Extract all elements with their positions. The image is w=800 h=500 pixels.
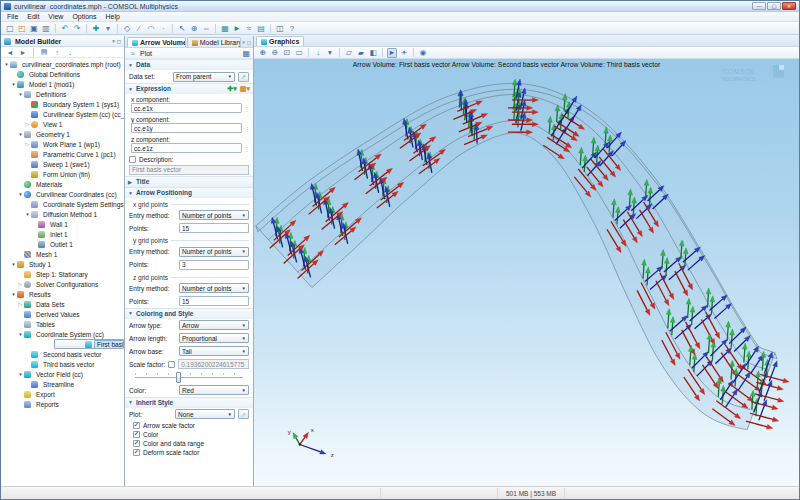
panel-detach-icon[interactable]: ◻ bbox=[117, 38, 121, 44]
tree-expander-icon[interactable]: ▾ bbox=[17, 331, 24, 337]
tree-expander-icon[interactable]: ▷ bbox=[24, 141, 31, 147]
y-entry-method-select[interactable]: Number of points▼ bbox=[179, 247, 249, 257]
menu-options[interactable]: Options bbox=[72, 13, 96, 20]
tab-graphics[interactable]: Graphics bbox=[256, 36, 304, 46]
tree-node-form-union-fin[interactable]: Form Union (fin) bbox=[1, 169, 124, 179]
section-title[interactable]: ▶ Title bbox=[125, 176, 253, 187]
tree-node-curvilinear-system-cc-cc-cs[interactable]: Curvilinear System (cc) (cc_cs) bbox=[1, 109, 124, 119]
plot-flag-icon[interactable]: ► bbox=[387, 48, 397, 58]
color-select[interactable]: Red▼ bbox=[179, 385, 249, 395]
x-component-field[interactable]: cc.e1x bbox=[131, 103, 242, 113]
view-yz-icon[interactable]: ▰ bbox=[356, 48, 366, 58]
tree-node-vector-field-cc[interactable]: ▾Vector Field (cc) bbox=[1, 369, 124, 379]
help-icon[interactable]: ? bbox=[287, 23, 297, 34]
tree-node-work-plane-1-wp1[interactable]: ▷Work Plane 1 (wp1) bbox=[1, 139, 124, 149]
view-dropdown-icon[interactable]: ▾ bbox=[325, 48, 335, 58]
section-data[interactable]: ▼ Data bbox=[125, 59, 253, 70]
tree-node-third-basis-vector[interactable]: Third basis vector bbox=[1, 359, 124, 369]
tree-node-tables[interactable]: Tables bbox=[1, 319, 124, 329]
tree-node-export[interactable]: Export bbox=[1, 389, 124, 399]
tree-expander-icon[interactable]: ▾ bbox=[10, 291, 17, 297]
menu-edit[interactable]: Edit bbox=[27, 13, 39, 20]
go-to-default-view-icon[interactable]: ↓ bbox=[313, 48, 323, 58]
section-expression[interactable]: ▼ Expression ✚▾ ▤▾ bbox=[125, 83, 253, 94]
scale-factor-field[interactable]: 0.1936200224615775 bbox=[178, 359, 249, 369]
go-to-source-button[interactable]: ↗ bbox=[238, 72, 249, 82]
tree-expander-icon[interactable]: ▾ bbox=[3, 61, 10, 67]
collapse-all-icon[interactable]: ▤ bbox=[39, 48, 49, 57]
forward-icon[interactable]: ► bbox=[18, 48, 28, 57]
tree-expander-icon[interactable]: ▷ bbox=[24, 121, 31, 127]
panel-menu-icon[interactable]: ▾ bbox=[242, 39, 245, 45]
plot-group-icon[interactable]: ≈ bbox=[244, 23, 254, 34]
scene-light-icon[interactable]: ☀ bbox=[399, 48, 409, 58]
back-icon[interactable]: ◄ bbox=[5, 48, 15, 57]
plot-button[interactable]: Plot bbox=[140, 50, 152, 57]
view-xy-icon[interactable]: ▱ bbox=[344, 48, 354, 58]
zoom-tool-icon[interactable]: ⊕ bbox=[189, 23, 199, 34]
section-arrow-positioning[interactable]: ▼ Arrow Positioning bbox=[125, 187, 253, 198]
zoom-extents-icon[interactable]: ⊡ bbox=[282, 48, 292, 58]
tree-expander-icon[interactable]: ▾ bbox=[17, 131, 24, 137]
tree-node-study-1[interactable]: ▾Study 1 bbox=[1, 259, 124, 269]
tree-expander-icon[interactable]: ▾ bbox=[17, 91, 24, 97]
color-and-data-range-checkbox[interactable]: ✓ bbox=[133, 440, 140, 447]
tree-node-results[interactable]: ▾Results bbox=[1, 289, 124, 299]
draw-point-icon[interactable]: ∙ bbox=[158, 23, 168, 34]
tree-node-curvilinear-coordinates-cc[interactable]: ▾Curvilinear Coordinates (cc) bbox=[1, 189, 124, 199]
tree-node-parametric-curve-1-pc1[interactable]: Parametric Curve 1 (pc1) bbox=[1, 149, 124, 159]
range-button[interactable]: ⋮ bbox=[244, 125, 250, 132]
menu-help[interactable]: Help bbox=[106, 13, 120, 20]
tree-node-geometry-1[interactable]: ▾Geometry 1 bbox=[1, 129, 124, 139]
inherit-plot-select[interactable]: None▼ bbox=[175, 409, 235, 419]
tree-expander-icon[interactable]: ▾ bbox=[10, 261, 17, 267]
draw-arc-icon[interactable]: ◠ bbox=[146, 23, 156, 34]
tree-node-definitions[interactable]: ▾Definitions bbox=[1, 89, 124, 99]
tree-expander-icon[interactable]: ▾ bbox=[17, 371, 24, 377]
tree-node-reports[interactable]: Reports bbox=[1, 399, 124, 409]
tree-node-step-1-stationary[interactable]: Step 1: Stationary bbox=[1, 269, 124, 279]
move-down-icon[interactable]: ↓ bbox=[65, 48, 75, 57]
tree-node-materials[interactable]: Materials bbox=[1, 179, 124, 189]
draw-line-icon[interactable]: ∕ bbox=[134, 23, 144, 34]
arrow-length-select[interactable]: Proportional▼ bbox=[179, 333, 249, 343]
replace-expression-icon[interactable]: ▤▾ bbox=[240, 85, 250, 93]
new-file-icon[interactable]: ▢ bbox=[5, 23, 15, 34]
tree-node-data-sets[interactable]: ▷Data Sets bbox=[1, 299, 124, 309]
minimize-button[interactable]: — bbox=[752, 2, 766, 10]
zoom-in-icon[interactable]: ⊕ bbox=[258, 48, 268, 58]
redo-icon[interactable]: ↷ bbox=[72, 23, 82, 34]
add-node-icon[interactable]: ✚ bbox=[91, 23, 101, 34]
tree-node-coordinate-system-settings-1[interactable]: Coordinate System Settings 1 bbox=[1, 199, 124, 209]
description-checkbox[interactable] bbox=[129, 156, 136, 163]
x-points-field[interactable]: 15 bbox=[179, 223, 249, 233]
tree-expander-icon[interactable]: ▷ bbox=[17, 301, 24, 307]
tree-expander-icon[interactable]: ▷ bbox=[17, 281, 24, 287]
color-checkbox[interactable]: ✓ bbox=[133, 431, 140, 438]
tree-node-diffusion-method-1[interactable]: ▾Diffusion Method 1 bbox=[1, 209, 124, 219]
slider-thumb[interactable] bbox=[176, 372, 181, 383]
z-points-field[interactable]: 15 bbox=[179, 296, 249, 306]
panel-menu-icon[interactable]: ▾ bbox=[112, 38, 115, 44]
zoom-out-icon[interactable]: ⊖ bbox=[270, 48, 280, 58]
tree-node-outlet-1[interactable]: Outlet 1 bbox=[1, 239, 124, 249]
section-inherit-style[interactable]: ▼ Inherit Style bbox=[125, 397, 253, 408]
tree-node-streamline[interactable]: Streamline bbox=[1, 379, 124, 389]
report-icon[interactable]: ▤ bbox=[256, 23, 266, 34]
open-file-icon[interactable]: ◰ bbox=[17, 23, 27, 34]
close-button[interactable]: ✕ bbox=[782, 2, 796, 10]
x-entry-method-select[interactable]: Number of points▼ bbox=[179, 210, 249, 220]
menu-file[interactable]: File bbox=[7, 13, 18, 20]
tree-node-boundary-system-1-sys1[interactable]: Boundary System 1 (sys1) bbox=[1, 99, 124, 109]
compute-icon[interactable]: ► bbox=[232, 23, 242, 34]
deform-scale-factor-checkbox[interactable]: ✓ bbox=[133, 449, 140, 456]
dataset-select[interactable]: From parent▼ bbox=[173, 72, 235, 82]
tree-node-second-basis-vector[interactable]: Second basis vector bbox=[1, 349, 124, 359]
tree-expander-icon[interactable]: ▾ bbox=[17, 191, 24, 197]
title-bar[interactable]: curvilinear_coordinates.mph - COMSOL Mul… bbox=[1, 1, 799, 12]
add-expression-icon[interactable]: ✚▾ bbox=[227, 85, 236, 93]
tree-node-first-basis-vector[interactable]: First basis vector bbox=[54, 339, 124, 349]
arrow-scale-factor-checkbox[interactable]: ✓ bbox=[133, 422, 140, 429]
move-up-icon[interactable]: ↑ bbox=[52, 48, 62, 57]
mesh-icon[interactable]: ▦ bbox=[220, 23, 230, 34]
